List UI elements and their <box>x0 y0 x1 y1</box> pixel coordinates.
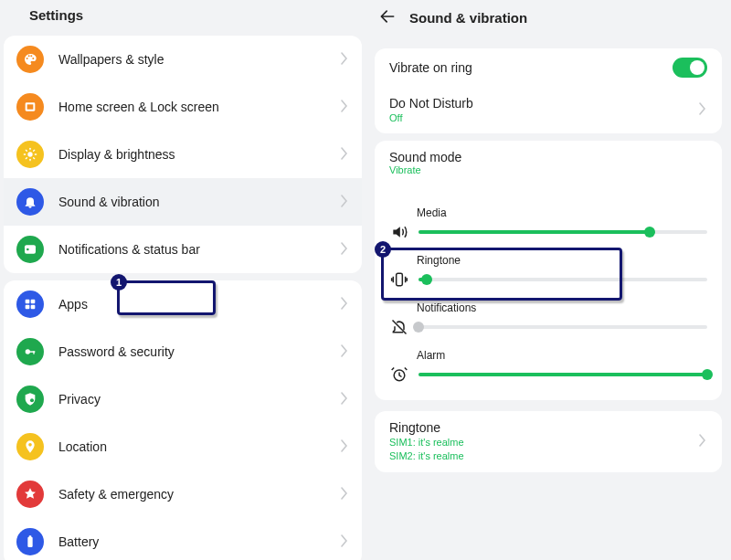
slider-media: Media <box>375 201 722 248</box>
sidebar-item-notifications[interactable]: Notifications & status bar <box>4 226 362 273</box>
chevron-right-icon <box>340 100 349 115</box>
sidebar-item-label: Safety & emergency <box>58 487 340 502</box>
chevron-right-icon <box>340 242 349 258</box>
row-status: Off <box>389 112 473 124</box>
sidebar-item-label: Location <box>58 439 340 454</box>
sidebar-item-safety[interactable]: Safety & emergency <box>4 470 362 518</box>
volume-icon <box>389 223 409 241</box>
chevron-right-icon <box>340 344 349 360</box>
detail-header: Sound & vibration <box>366 0 731 37</box>
detail-group-ringtone: Ringtone SIM1: it's realme SIM2: it's re… <box>375 411 722 471</box>
chevron-right-icon <box>340 392 349 407</box>
svg-rect-1 <box>27 104 34 109</box>
volume-section: Sound mode Vibrate Media Ringtone <box>375 141 722 400</box>
sidebar-item-sound[interactable]: Sound & vibration <box>4 178 362 226</box>
slider-label: Alarm <box>417 349 707 362</box>
palette-icon <box>16 46 44 73</box>
location-icon <box>16 433 44 460</box>
slider-alarm: Alarm <box>375 343 722 391</box>
svg-rect-22 <box>29 535 32 537</box>
slider-track[interactable] <box>418 373 707 376</box>
sidebar-item-label: Notifications & status bar <box>58 242 340 257</box>
row-sim1: SIM1: it's realme <box>389 437 464 449</box>
slider-track[interactable] <box>418 278 707 281</box>
row-label: Ringtone <box>389 420 464 435</box>
row-label: Do Not Disturb <box>389 96 473 111</box>
svg-rect-19 <box>33 351 34 354</box>
sidebar-item-label: Sound & vibration <box>58 195 340 209</box>
row-dnd[interactable]: Do Not Disturb Off <box>375 87 722 133</box>
home-lock-icon <box>16 93 44 121</box>
sidebar-item-wallpapers[interactable]: Wallpapers & style <box>4 36 362 83</box>
svg-line-8 <box>34 158 35 159</box>
svg-point-2 <box>27 152 32 156</box>
apps-icon <box>16 291 44 318</box>
notification-icon <box>16 236 44 263</box>
detail-panel: Sound & vibration Vibrate on ring Do Not… <box>366 0 731 560</box>
svg-rect-16 <box>31 305 36 310</box>
sidebar-item-label: Home screen & Lock screen <box>58 100 340 114</box>
detail-group-1: Vibrate on ring Do Not Disturb Off <box>375 48 722 133</box>
sidebar-item-label: Battery <box>58 534 340 549</box>
svg-point-12 <box>26 248 29 251</box>
chevron-right-icon <box>340 52 349 68</box>
slider-label: Ringtone <box>417 254 707 267</box>
svg-rect-14 <box>31 300 36 304</box>
sidebar-item-label: Apps <box>58 297 340 312</box>
settings-group-1: Wallpapers & style Home screen & Lock sc… <box>4 36 362 273</box>
bell-off-icon <box>389 318 409 336</box>
settings-header: Settings <box>0 0 366 32</box>
bell-icon <box>16 188 44 216</box>
battery-icon <box>16 528 44 555</box>
chevron-right-icon <box>340 297 349 312</box>
row-vibrate-on-ring[interactable]: Vibrate on ring <box>375 48 722 87</box>
sidebar-item-label: Privacy <box>58 392 340 407</box>
chevron-right-icon <box>340 534 349 550</box>
slider-track[interactable] <box>418 325 707 329</box>
detail-title: Sound & vibration <box>409 10 527 26</box>
chevron-right-icon <box>340 195 349 210</box>
sound-mode-value: Vibrate <box>375 164 722 183</box>
chevron-right-icon <box>340 487 349 502</box>
chevron-right-icon <box>698 434 707 449</box>
svg-line-9 <box>26 158 26 159</box>
svg-line-7 <box>26 150 26 151</box>
alarm-icon <box>389 365 409 384</box>
privacy-icon <box>16 386 44 413</box>
slider-label: Notifications <box>417 301 707 314</box>
sidebar-item-label: Display & brightness <box>58 147 340 162</box>
chevron-right-icon <box>340 439 349 455</box>
vibrate-icon <box>389 270 409 289</box>
sidebar-item-home-lock[interactable]: Home screen & Lock screen <box>4 83 362 131</box>
svg-line-10 <box>34 150 35 151</box>
chevron-right-icon <box>340 147 349 163</box>
svg-rect-13 <box>26 300 30 304</box>
sidebar-item-display[interactable]: Display & brightness <box>4 131 362 178</box>
settings-group-2: Apps Password & security Privacy <box>4 280 362 560</box>
chevron-right-icon <box>698 102 707 118</box>
sidebar-item-apps[interactable]: Apps <box>4 280 362 328</box>
sidebar-item-label: Wallpapers & style <box>58 52 340 67</box>
sidebar-item-battery[interactable]: Battery <box>4 518 362 560</box>
row-ringtone[interactable]: Ringtone SIM1: it's realme SIM2: it's re… <box>375 411 722 471</box>
slider-notifications: Notifications <box>375 296 722 343</box>
settings-panel: Settings Wallpapers & style Home screen … <box>0 0 366 560</box>
sidebar-item-password[interactable]: Password & security <box>4 328 362 375</box>
svg-rect-11 <box>25 245 36 253</box>
vibrate-toggle[interactable] <box>673 58 707 78</box>
slider-ringtone: Ringtone <box>375 248 722 296</box>
back-button[interactable] <box>378 7 397 28</box>
svg-point-17 <box>26 349 30 354</box>
key-icon <box>16 338 44 365</box>
brightness-icon <box>16 141 44 168</box>
slider-track[interactable] <box>418 230 707 234</box>
sidebar-item-location[interactable]: Location <box>4 423 362 470</box>
svg-rect-15 <box>26 305 30 310</box>
row-sim2: SIM2: it's realme <box>389 450 464 462</box>
sidebar-item-privacy[interactable]: Privacy <box>4 375 362 423</box>
row-label: Vibrate on ring <box>389 60 472 75</box>
sidebar-item-label: Password & security <box>58 344 340 359</box>
slider-label: Media <box>417 206 707 219</box>
svg-rect-21 <box>27 537 32 547</box>
sound-mode-label: Sound mode <box>375 141 722 164</box>
